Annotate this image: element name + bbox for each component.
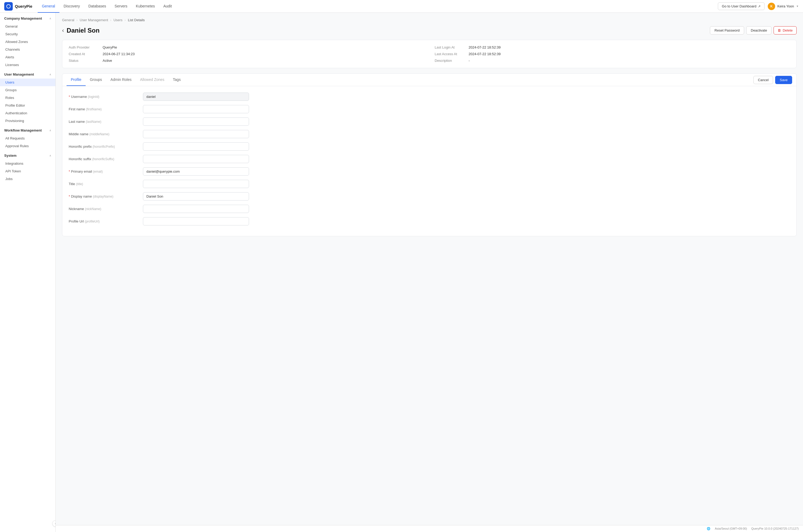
system-label: System bbox=[4, 154, 16, 157]
sidebar-section-header-company[interactable]: Company Management ∧ bbox=[0, 13, 55, 22]
version: QueryPie 10.0.0 (20240725-171127) bbox=[751, 527, 799, 530]
sidebar-item-alerts[interactable]: Alerts bbox=[0, 53, 55, 61]
nickname-input[interactable] bbox=[143, 205, 249, 213]
tab-tags[interactable]: Tags bbox=[169, 74, 185, 86]
app-body: Company Management ∧ General Security Al… bbox=[0, 13, 803, 532]
tabs-container: Profile Groups Admin Roles Allowed Zones bbox=[62, 74, 797, 236]
sidebar-item-roles[interactable]: Roles bbox=[0, 94, 55, 101]
display-name-label: * Display name (displayName) bbox=[69, 194, 143, 198]
middle-name-input[interactable] bbox=[143, 130, 249, 138]
info-row-last-login: Last Login At 2024-07-22 18:52:39 bbox=[435, 45, 790, 49]
form-row-first-name: First name (firstName) bbox=[69, 105, 790, 113]
nav-tab-kubernetes[interactable]: Kubernetes bbox=[132, 0, 159, 13]
form-row-honorific-prefix: Honorific prefix (honorificPrefix) bbox=[69, 142, 790, 151]
info-row-last-access: Last Access At 2024-07-22 18:52:39 bbox=[435, 52, 790, 56]
display-name-input[interactable] bbox=[143, 192, 249, 201]
reset-password-button[interactable]: Reset Password bbox=[710, 26, 744, 35]
info-row-created-at: Created At 2024-06-27 11:34:23 bbox=[69, 52, 424, 56]
nav-tab-databases[interactable]: Databases bbox=[84, 0, 110, 13]
nickname-label: Nickname (nickName) bbox=[69, 207, 143, 211]
primary-email-input[interactable] bbox=[143, 167, 249, 175]
honorific-suffix-input[interactable] bbox=[143, 155, 249, 163]
last-name-input[interactable] bbox=[143, 117, 249, 126]
nav-tabs: General Discovery Databases Servers Kube… bbox=[38, 0, 176, 13]
auth-provider-value: QueryPie bbox=[103, 45, 117, 49]
sidebar-item-approval-rules[interactable]: Approval Rules bbox=[0, 142, 55, 150]
tab-admin-roles[interactable]: Admin Roles bbox=[106, 74, 136, 86]
delete-button[interactable]: 🗑 Delete bbox=[773, 26, 797, 35]
sidebar-section-header-workflow[interactable]: Workflow Management ∧ bbox=[0, 125, 55, 134]
created-at-value: 2024-06-27 11:34:23 bbox=[103, 52, 135, 56]
sidebar-item-authentication[interactable]: Authentication bbox=[0, 109, 55, 117]
form-row-honorific-suffix: Honorific suffix (honorificSuffix) bbox=[69, 155, 790, 163]
timezone: Asia/Seoul (GMT+09:00) bbox=[715, 527, 747, 530]
breadcrumb-general[interactable]: General bbox=[62, 18, 74, 22]
first-name-input[interactable] bbox=[143, 105, 249, 113]
tab-groups[interactable]: Groups bbox=[85, 74, 106, 86]
nav-right: Go to User Dashboard ↗ K Keira Yoon ▼ bbox=[718, 2, 799, 10]
header-actions: Reset Password Deactivate 🗑 Delete bbox=[710, 26, 797, 35]
tabs-actions: Cancel Save bbox=[753, 76, 792, 84]
collapse-icon: ‹ bbox=[55, 522, 56, 525]
sidebar-item-all-requests[interactable]: All Requests bbox=[0, 134, 55, 142]
page-header: ‹ Daniel Son Reset Password Deactivate 🗑… bbox=[62, 26, 797, 35]
sidebar-item-users[interactable]: Users bbox=[0, 78, 55, 86]
sidebar-item-allowed-zones-company[interactable]: Allowed Zones bbox=[0, 38, 55, 45]
goto-dashboard-button[interactable]: Go to User Dashboard ↗ bbox=[718, 2, 765, 10]
form-row-title: Title (title) bbox=[69, 180, 790, 188]
breadcrumb-sep-1: › bbox=[76, 18, 77, 22]
form-row-profile-url: Profile Url (profileUrl) bbox=[69, 217, 790, 225]
description-value: - bbox=[469, 59, 470, 62]
chevron-up-icon-user: ∧ bbox=[49, 73, 51, 76]
honorific-prefix-input[interactable] bbox=[143, 142, 249, 151]
last-access-value: 2024-07-22 18:52:39 bbox=[469, 52, 501, 56]
sidebar-item-groups[interactable]: Groups bbox=[0, 86, 55, 94]
logo[interactable] bbox=[4, 2, 13, 11]
trash-icon: 🗑 bbox=[778, 28, 781, 32]
sidebar-section-user: User Management ∧ Users Groups Roles Pro… bbox=[0, 69, 55, 125]
sidebar-item-general[interactable]: General bbox=[0, 22, 55, 30]
nav-tab-audit[interactable]: Audit bbox=[159, 0, 176, 13]
sidebar-item-security[interactable]: Security bbox=[0, 30, 55, 38]
sidebar-collapse-button[interactable]: ‹ bbox=[52, 520, 56, 527]
deactivate-button[interactable]: Deactivate bbox=[746, 26, 771, 35]
honorific-suffix-label: Honorific suffix (honorificSuffix) bbox=[69, 157, 143, 161]
main-content: General › User Management › Users › List… bbox=[56, 13, 803, 532]
honorific-prefix-label: Honorific prefix (honorificPrefix) bbox=[69, 145, 143, 149]
profile-url-input[interactable] bbox=[143, 217, 249, 225]
form-row-nickname: Nickname (nickName) bbox=[69, 205, 790, 213]
user-menu[interactable]: K Keira Yoon ▼ bbox=[768, 3, 799, 10]
cancel-button[interactable]: Cancel bbox=[753, 76, 773, 84]
sidebar-section-header-system[interactable]: System ∧ bbox=[0, 150, 55, 160]
nav-tab-servers[interactable]: Servers bbox=[110, 0, 132, 13]
save-button[interactable]: Save bbox=[775, 76, 792, 84]
sidebar-item-channels[interactable]: Channels bbox=[0, 45, 55, 53]
sidebar-item-profile-editor[interactable]: Profile Editor bbox=[0, 101, 55, 109]
back-button[interactable]: ‹ bbox=[62, 27, 64, 33]
tabs-list: Profile Groups Admin Roles Allowed Zones bbox=[66, 74, 185, 86]
tab-profile[interactable]: Profile bbox=[66, 74, 85, 86]
breadcrumb-users[interactable]: Users bbox=[114, 18, 122, 22]
sidebar-item-jobs[interactable]: Jobs bbox=[0, 175, 55, 183]
form-row-last-name: Last name (lastName) bbox=[69, 117, 790, 126]
chevron-up-icon: ∧ bbox=[49, 17, 51, 20]
form-row-username: * Username (loginId) bbox=[69, 93, 790, 101]
sidebar-item-api-token[interactable]: API Token bbox=[0, 167, 55, 175]
status-bar: 🌐 Asia/Seoul (GMT+09:00) QueryPie 10.0.0… bbox=[56, 525, 803, 532]
breadcrumb-user-management[interactable]: User Management bbox=[80, 18, 108, 22]
sidebar-item-integrations[interactable]: Integrations bbox=[0, 160, 55, 167]
nav-tab-general[interactable]: General bbox=[38, 0, 59, 13]
username-input[interactable] bbox=[143, 93, 249, 101]
created-at-label: Created At bbox=[69, 52, 100, 56]
form-row-display-name: * Display name (displayName) bbox=[69, 192, 790, 201]
username-label: * Username (loginId) bbox=[69, 95, 143, 99]
last-login-value: 2024-07-22 18:52:39 bbox=[469, 45, 501, 49]
sidebar-item-licenses[interactable]: Licenses bbox=[0, 61, 55, 69]
nav-tab-discovery[interactable]: Discovery bbox=[59, 0, 84, 13]
sidebar-section-header-user[interactable]: User Management ∧ bbox=[0, 69, 55, 78]
breadcrumb-sep-2: › bbox=[110, 18, 111, 22]
chevron-up-icon-workflow: ∧ bbox=[49, 129, 51, 132]
title-input[interactable] bbox=[143, 180, 249, 188]
description-label: Description bbox=[435, 59, 466, 62]
sidebar-item-provisioning[interactable]: Provisioning bbox=[0, 117, 55, 125]
